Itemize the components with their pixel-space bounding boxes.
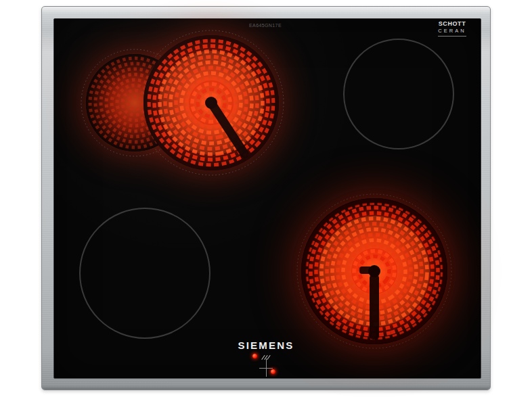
burner-front-right (283, 180, 466, 363)
product-photo: EA645GN17E SCHOTT CERAN SIEMENS (0, 0, 532, 397)
model-code: EA645GN17E (249, 23, 282, 28)
siemens-logo: SIEMENS (238, 340, 294, 351)
burner-rear-right (343, 39, 454, 149)
burner-front-left (79, 208, 210, 339)
heating-element-glow-graphic (71, 23, 294, 183)
schott-underline (438, 36, 466, 37)
schott-ceran-logo: SCHOTT CERAN (428, 20, 476, 37)
burner-rear-left-dual (71, 23, 294, 183)
ceran-wordmark: CERAN (428, 28, 476, 34)
frame-front-edge (42, 384, 490, 390)
schott-wordmark: SCHOTT (428, 20, 476, 27)
residual-heat-indicator (252, 352, 283, 377)
cooktop-steel-frame: EA645GN17E SCHOTT CERAN SIEMENS (41, 6, 491, 390)
zone-cross-mark-horizontal (259, 368, 273, 369)
heating-element-glow-graphic (283, 180, 466, 363)
residual-heat-dot-2 (271, 369, 275, 374)
glass-ceramic-surface: EA645GN17E SCHOTT CERAN SIEMENS (53, 18, 481, 379)
residual-heat-dot-1 (252, 354, 257, 358)
